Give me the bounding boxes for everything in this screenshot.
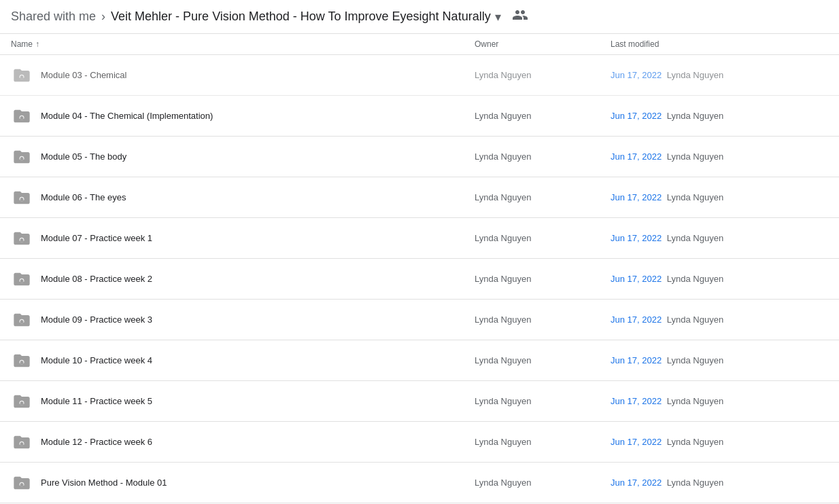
breadcrumb-current: Veit Mehler - Pure Vision Method - How T… xyxy=(111,10,501,24)
row-modified-by: Lynda Nguyen xyxy=(667,314,723,325)
table-row[interactable]: Module 10 - Practice week 4 Lynda Nguyen… xyxy=(0,340,839,381)
row-modified-by: Lynda Nguyen xyxy=(667,70,723,80)
row-modified-by: Lynda Nguyen xyxy=(667,478,723,488)
row-modified: Jun 17, 2022 Lynda Nguyen xyxy=(611,274,828,284)
table-row[interactable]: Module 04 - The Chemical (Implementation… xyxy=(0,96,839,137)
sort-ascending-icon: ↑ xyxy=(35,39,39,49)
row-modified: Jun 17, 2022 Lynda Nguyen xyxy=(611,70,828,80)
row-modified-date: Jun 17, 2022 xyxy=(611,478,662,488)
row-modified-date: Jun 17, 2022 xyxy=(611,274,662,284)
column-name[interactable]: Name ↑ xyxy=(11,39,475,49)
row-name-cell: Module 03 - Chemical xyxy=(11,65,475,86)
people-icon[interactable] xyxy=(512,7,528,26)
column-modified: Last modified xyxy=(611,39,828,49)
row-owner: Lynda Nguyen xyxy=(475,355,611,365)
row-modified: Jun 17, 2022 Lynda Nguyen xyxy=(611,355,828,365)
row-name-cell: Module 06 - The eyes xyxy=(11,187,475,209)
row-modified-by: Lynda Nguyen xyxy=(667,274,723,284)
row-name-cell: Module 04 - The Chemical (Implementation… xyxy=(11,105,475,127)
table-row[interactable]: Module 05 - The body Lynda Nguyen Jun 17… xyxy=(0,137,839,177)
breadcrumb-folder-title: Veit Mehler - Pure Vision Method - How T… xyxy=(111,10,491,24)
table-row[interactable]: Module 11 - Practice week 5 Lynda Nguyen… xyxy=(0,381,839,422)
column-owner: Owner xyxy=(475,39,611,49)
breadcrumb-dropdown-icon[interactable]: ▾ xyxy=(495,10,501,24)
row-modified: Jun 17, 2022 Lynda Nguyen xyxy=(611,192,828,202)
row-modified-date: Jun 17, 2022 xyxy=(611,437,662,447)
row-name-text: Module 06 - The eyes xyxy=(41,192,126,202)
row-modified-date: Jun 17, 2022 xyxy=(611,70,662,80)
row-name-text: Module 04 - The Chemical (Implementation… xyxy=(41,111,213,121)
folder-shared-icon xyxy=(11,65,33,86)
row-name-cell: Pure Vision Method - Module 01 xyxy=(11,472,475,494)
row-name-cell: Module 05 - The body xyxy=(11,146,475,168)
row-name-text: Module 12 - Practice week 6 xyxy=(41,437,152,447)
row-owner: Lynda Nguyen xyxy=(475,314,611,325)
folder-shared-icon xyxy=(11,391,33,412)
folder-shared-icon xyxy=(11,350,33,372)
row-modified-by: Lynda Nguyen xyxy=(667,233,723,243)
row-modified: Jun 17, 2022 Lynda Nguyen xyxy=(611,478,828,488)
row-name-text: Module 09 - Practice week 3 xyxy=(41,314,152,325)
row-owner: Lynda Nguyen xyxy=(475,151,611,162)
table-row[interactable]: Module 09 - Practice week 3 Lynda Nguyen… xyxy=(0,300,839,340)
row-modified: Jun 17, 2022 Lynda Nguyen xyxy=(611,314,828,325)
row-owner: Lynda Nguyen xyxy=(475,233,611,243)
row-name-cell: Module 10 - Practice week 4 xyxy=(11,350,475,372)
table-row[interactable]: Pure Vision Method - Module 01 Lynda Ngu… xyxy=(0,463,839,503)
row-modified-date: Jun 17, 2022 xyxy=(611,355,662,365)
breadcrumb-shared-link[interactable]: Shared with me xyxy=(11,10,96,24)
row-owner: Lynda Nguyen xyxy=(475,437,611,447)
row-owner: Lynda Nguyen xyxy=(475,70,611,80)
row-owner: Lynda Nguyen xyxy=(475,111,611,121)
folder-shared-icon xyxy=(11,146,33,168)
row-name-text: Pure Vision Method - Module 01 xyxy=(41,478,167,488)
row-modified-by: Lynda Nguyen xyxy=(667,437,723,447)
row-name-text: Module 10 - Practice week 4 xyxy=(41,355,152,365)
row-modified-by: Lynda Nguyen xyxy=(667,192,723,202)
row-owner: Lynda Nguyen xyxy=(475,478,611,488)
row-modified-by: Lynda Nguyen xyxy=(667,111,723,121)
folder-shared-icon xyxy=(11,431,33,453)
folder-shared-icon xyxy=(11,268,33,290)
breadcrumb-header: Shared with me › Veit Mehler - Pure Visi… xyxy=(0,0,839,34)
row-name-text: Module 03 - Chemical xyxy=(41,70,126,80)
table-body: Module 03 - Chemical Lynda Nguyen Jun 17… xyxy=(0,55,839,503)
table-header-row: Name ↑ Owner Last modified xyxy=(0,34,839,55)
row-owner: Lynda Nguyen xyxy=(475,396,611,406)
row-owner: Lynda Nguyen xyxy=(475,274,611,284)
row-modified: Jun 17, 2022 Lynda Nguyen xyxy=(611,151,828,162)
row-modified-by: Lynda Nguyen xyxy=(667,151,723,162)
row-name-text: Module 08 - Practice week 2 xyxy=(41,274,152,284)
row-name-cell: Module 12 - Practice week 6 xyxy=(11,431,475,453)
table-row[interactable]: Module 08 - Practice week 2 Lynda Nguyen… xyxy=(0,259,839,300)
row-modified: Jun 17, 2022 Lynda Nguyen xyxy=(611,437,828,447)
row-name-cell: Module 11 - Practice week 5 xyxy=(11,391,475,412)
row-owner: Lynda Nguyen xyxy=(475,192,611,202)
row-name-text: Module 07 - Practice week 1 xyxy=(41,233,152,243)
row-name-text: Module 11 - Practice week 5 xyxy=(41,396,152,406)
row-modified: Jun 17, 2022 Lynda Nguyen xyxy=(611,233,828,243)
row-modified: Jun 17, 2022 Lynda Nguyen xyxy=(611,111,828,121)
folder-shared-icon xyxy=(11,472,33,494)
row-modified-date: Jun 17, 2022 xyxy=(611,111,662,121)
table-row[interactable]: Module 03 - Chemical Lynda Nguyen Jun 17… xyxy=(0,55,839,96)
table-row[interactable]: Module 06 - The eyes Lynda Nguyen Jun 17… xyxy=(0,177,839,218)
row-name-cell: Module 07 - Practice week 1 xyxy=(11,228,475,249)
row-name-cell: Module 08 - Practice week 2 xyxy=(11,268,475,290)
row-modified: Jun 17, 2022 Lynda Nguyen xyxy=(611,396,828,406)
row-name-cell: Module 09 - Practice week 3 xyxy=(11,309,475,331)
table-row[interactable]: Module 07 - Practice week 1 Lynda Nguyen… xyxy=(0,218,839,259)
row-modified-date: Jun 17, 2022 xyxy=(611,396,662,406)
folder-shared-icon xyxy=(11,187,33,209)
folder-shared-icon xyxy=(11,105,33,127)
row-modified-date: Jun 17, 2022 xyxy=(611,151,662,162)
folder-shared-icon xyxy=(11,228,33,249)
row-name-text: Module 05 - The body xyxy=(41,151,126,162)
row-modified-date: Jun 17, 2022 xyxy=(611,192,662,202)
breadcrumb-chevron-icon: › xyxy=(101,10,105,24)
file-table: Name ↑ Owner Last modified Module 03 - C… xyxy=(0,34,839,503)
table-row[interactable]: Module 12 - Practice week 6 Lynda Nguyen… xyxy=(0,422,839,463)
row-modified-date: Jun 17, 2022 xyxy=(611,233,662,243)
row-modified-date: Jun 17, 2022 xyxy=(611,314,662,325)
folder-shared-icon xyxy=(11,309,33,331)
